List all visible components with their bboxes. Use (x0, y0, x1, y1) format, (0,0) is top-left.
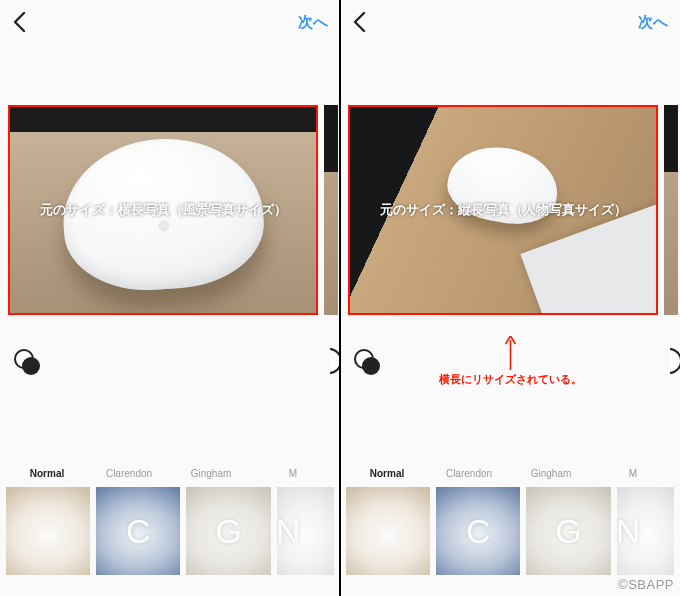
nav-bar: 次へ (340, 0, 680, 44)
filter-thumbs: C G N (340, 479, 680, 575)
overlay-caption: 元のサイズ：縦長写真（人物写真サイズ） (380, 202, 627, 219)
filter-thumb-gingham[interactable]: G (186, 487, 270, 575)
lux-adjust-icon[interactable] (14, 349, 40, 375)
filter-letter: C (126, 512, 151, 551)
preview-area: 元のサイズ：横長写真（風景写真サイズ） (0, 100, 340, 320)
filter-thumb-next[interactable]: N (617, 487, 674, 575)
arrow-up-icon (504, 336, 516, 370)
filter-thumb-normal[interactable] (346, 487, 430, 575)
filter-thumbs: C G N (0, 479, 340, 575)
main-preview-image[interactable]: 元のサイズ：横長写真（風景写真サイズ） (8, 105, 318, 315)
filter-letter: C (466, 512, 491, 551)
filter-letter: N (277, 512, 301, 551)
next-button[interactable]: 次へ (638, 13, 668, 32)
controls-row (0, 342, 340, 382)
filter-letter: G (555, 512, 581, 551)
filter-thumb-normal[interactable] (6, 487, 90, 575)
next-image-peek[interactable] (324, 105, 338, 315)
filter-letter: N (617, 512, 641, 551)
filter-thumb-clarendon[interactable]: C (96, 487, 180, 575)
lux-adjust-icon[interactable] (354, 349, 380, 375)
filter-label[interactable]: M (592, 468, 674, 479)
annotation-callout: 横長にリサイズされている。 (439, 336, 582, 387)
nav-bar: 次へ (0, 0, 340, 44)
back-button[interactable] (12, 11, 26, 33)
next-button[interactable]: 次へ (298, 13, 328, 32)
left-screenshot: 次へ 元のサイズ：横長写真（風景写真サイズ） Normal Clarendon … (0, 0, 340, 596)
back-button[interactable] (352, 11, 366, 33)
right-screenshot: 次へ 元のサイズ：縦長写真（人物写真サイズ） 横長にリサイズされている。 (340, 0, 680, 596)
edit-tools-icon[interactable] (670, 348, 680, 374)
main-preview-image[interactable]: 元のサイズ：縦長写真（人物写真サイズ） (348, 105, 658, 315)
filter-label[interactable]: Gingham (510, 468, 592, 479)
preview-area: 元のサイズ：縦長写真（人物写真サイズ） (340, 100, 680, 320)
filter-thumb-next[interactable]: N (277, 487, 334, 575)
filter-labels: Normal Clarendon Gingham M (340, 468, 680, 479)
watermark: ©SBAPP (618, 577, 674, 592)
filter-letter: G (215, 512, 241, 551)
filter-label[interactable]: Gingham (170, 468, 252, 479)
next-image-peek[interactable] (664, 105, 678, 315)
filter-thumb-gingham[interactable]: G (526, 487, 610, 575)
filter-strip: Normal Clarendon Gingham M C G N (0, 456, 340, 596)
filter-label[interactable]: Normal (346, 468, 428, 479)
overlay-caption: 元のサイズ：横長写真（風景写真サイズ） (40, 202, 287, 219)
filter-label[interactable]: Normal (6, 468, 88, 479)
filter-label[interactable]: Clarendon (428, 468, 510, 479)
filter-label[interactable]: M (252, 468, 334, 479)
filter-label[interactable]: Clarendon (88, 468, 170, 479)
controls-row: 横長にリサイズされている。 (340, 342, 680, 382)
split-divider (339, 0, 341, 596)
filter-thumb-clarendon[interactable]: C (436, 487, 520, 575)
annotation-text: 横長にリサイズされている。 (439, 373, 582, 385)
filter-labels: Normal Clarendon Gingham M (0, 468, 340, 479)
filter-strip: Normal Clarendon Gingham M C G N (340, 456, 680, 596)
